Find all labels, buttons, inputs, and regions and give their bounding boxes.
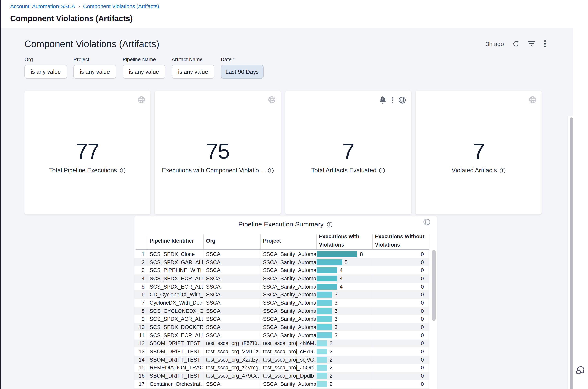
page-scrollbar-thumb[interactable] [569,117,573,389]
violations-bar [316,300,332,306]
stat-label-row: Total Pipeline Executions [24,167,150,174]
violations-bar [316,349,327,355]
chat-help-icon[interactable] [575,366,586,376]
info-icon[interactable] [500,167,506,173]
table-row[interactable]: 1 SCS_SPDX_Clone SSCA SSCA_Sanity_Automa… [134,250,429,258]
cell-pipeline-identifier: Container_Orchestrat… [147,380,203,388]
filter-value-button[interactable]: is any value [24,65,67,78]
table-row[interactable]: 4 SCS_SPDX_ECR_ALL_… SSCA SSCA_Sanity_Au… [134,274,429,282]
cell-executions-with-violations: 2 [316,356,372,364]
row-number: 4 [134,274,147,282]
stat-label: Violated Artifacts [452,167,497,174]
table-row[interactable]: 15 REMEDIATION_TRAC… test_ssca_org_zbVmg… [134,364,429,372]
table-row[interactable]: 14 SBOM_DRIFT_TEST test_ssca_org_XZalzy…… [134,356,429,364]
cell-project: SSCA_Sanity_Automa… [260,307,316,315]
table-scrollbar-thumb[interactable] [432,250,435,321]
cell-project: SSCA_Sanity_Automa… [260,315,316,323]
filter-icon[interactable] [528,41,535,47]
globe-icon[interactable] [138,96,145,104]
globe-icon[interactable] [268,96,276,104]
cell-project: SSCA_Sanity_Automa… [260,274,316,282]
cell-project [260,388,316,389]
cell-project: test_ssca_proj_cF7I9… [260,348,316,356]
breadcrumb-current-link[interactable]: Component Violations (Artifacts) [83,3,159,9]
filter-field: Project is any value [73,57,116,78]
row-number: 14 [134,356,147,364]
table-row[interactable]: 5 SCS_SPDX_ECR_ALL_… SSCA SSCA_Sanity_Au… [134,283,429,291]
cell-pipeline-identifier: REMEDIATION_TRAC… [147,364,203,372]
row-number: 16 [134,372,147,380]
table-row[interactable]: 16 SBOM_DRIFT_TEST test_ssca_org_479Gc… … [134,372,429,380]
cell-executions-without-violations: 0 [372,372,429,380]
stat-label-row: Total Artifacts Evaluated [285,167,411,174]
table-row[interactable]: 10 SCS_SPDX_DOCKER_… SSCA SSCA_Sanity_Au… [134,323,429,331]
globe-icon[interactable] [529,96,537,104]
table-row[interactable]: 13 SBOM_DRIFT_TEST test_ssca_org_VMTLz… … [134,348,429,356]
cell-pipeline-identifier: SBOM_DRIFT_TEST [147,348,203,356]
info-icon[interactable] [379,167,385,173]
row-number: 2 [134,258,147,266]
breadcrumb-account-link[interactable]: Account: Automation-SSCA [10,3,75,9]
cell-org: SSCA [203,291,260,299]
info-icon[interactable] [120,167,126,173]
row-number: 10 [134,323,147,331]
cell-project: SSCA_Sanity_Automa… [260,291,316,299]
filter-value-button[interactable]: is any value [123,65,165,78]
cell-org: SSCA [203,331,260,339]
violations-bar [316,381,327,387]
violations-value: 2 [330,341,333,346]
stat-value: 77 [24,139,150,164]
breadcrumb: Account: Automation-SSCA › Component Vio… [10,3,159,9]
table-row[interactable]: 6 CD_CycloneDX_With_… SSCA SSCA_Sanity_A… [134,291,429,299]
stat-value: 7 [415,139,542,164]
table-row[interactable]: 11 SCS_SPDX_ECR_ALL_… SSCA SSCA_Sanity_A… [134,331,429,339]
filter-value-button[interactable]: is any value [172,65,214,78]
cell-pipeline-identifier: SCS_SPDX_ECR_ALL_… [147,331,203,339]
table-row[interactable]: 8 SCS_CYCLONEDX_GA… SSCA SSCA_Sanity_Aut… [134,307,429,315]
cell-pipeline-identifier: SCS_CYCLONEDX_GA… [147,307,203,315]
filter-label: Pipeline Name [123,57,165,63]
cell-executions-without-violations: 0 [372,380,429,388]
cell-project: test_ssca_proj_Dpdlb… [260,372,316,380]
header-divider [316,234,316,249]
stat-card: 7 Violated Artifacts [415,91,542,214]
info-icon[interactable] [268,167,274,173]
table-row[interactable] [134,388,429,389]
filter-label: Artifact Name [172,57,214,63]
row-number: 17 [134,380,147,388]
cell-executions-without-violations: 0 [372,356,429,364]
table-row[interactable]: 7 CycloneDX_With_Doc… SSCA SSCA_Sanity_A… [134,299,429,307]
bell-plus-icon[interactable] [379,96,386,104]
kebab-menu-icon[interactable] [392,97,393,103]
table-row[interactable]: 12 SBOM_DRIFT_TEST test_ssca_org_tF5Zf0…… [134,339,429,347]
info-icon[interactable] [327,222,333,227]
globe-icon[interactable] [398,96,406,104]
cell-executions-with-violations: 4 [316,283,372,291]
row-number: 15 [134,364,147,372]
kebab-menu-icon[interactable] [544,40,546,47]
globe-icon[interactable] [423,218,430,226]
stat-label: Executions with Component Violatio… [162,167,265,174]
filter-value-button[interactable]: is any value [73,65,116,78]
cell-executions-without-violations: 0 [372,299,429,307]
cell-pipeline-identifier: SCS_SPDX_Clone [147,250,203,258]
row-number: 6 [134,291,147,299]
app-window: Account: Automation-SSCA › Component Vio… [0,0,588,389]
row-number: 13 [134,348,147,356]
stat-value: 75 [155,139,281,164]
table-row[interactable]: 17 Container_Orchestrat… SSCA SSCA_Sanit… [134,380,429,388]
row-number: 5 [134,283,147,291]
table-row[interactable]: 3 SCS_PIPELINE_WITH… SSCA SSCA_Sanity_Au… [134,266,429,274]
col-header-project: Project [260,237,316,245]
table-row[interactable]: 2 SCS_SPDX_GAR_ALL… SSCA SSCA_Sanity_Aut… [134,258,429,266]
cell-org: SSCA [203,380,260,388]
filter-value-button[interactable]: Last 90 Days [221,65,264,78]
row-number: 11 [134,331,147,339]
violations-value: 3 [334,316,337,322]
cell-executions-without-violations: 0 [372,364,429,372]
header-divider [260,234,261,249]
refresh-icon[interactable] [513,40,519,47]
table-body: 1 SCS_SPDX_Clone SSCA SSCA_Sanity_Automa… [134,250,429,389]
table-row[interactable]: 9 SCS_SPDX_ACR_ALL… SSCA SSCA_Sanity_Aut… [134,315,429,323]
last-refreshed-label: 3h ago [486,40,504,47]
